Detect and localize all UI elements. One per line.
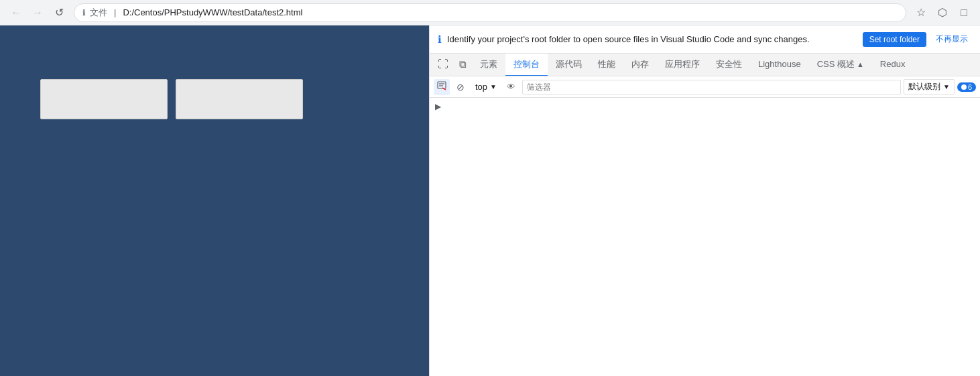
set-root-button[interactable]: Set root folder — [863, 32, 926, 47]
tab-lighthouse[interactable]: Lighthouse — [750, 54, 809, 76]
tab-elements-label: 元素 — [480, 58, 497, 70]
preview-box-2 — [176, 79, 303, 119]
context-value: top — [475, 82, 487, 92]
preview-boxes — [40, 79, 416, 119]
tab-screen[interactable]: ⛶ — [432, 54, 454, 76]
reload-button[interactable]: ↺ — [50, 3, 68, 22]
tab-memory-label: 内存 — [631, 58, 649, 70]
maximize-button[interactable]: □ — [955, 3, 973, 22]
css-overview-icon: ▲ — [857, 60, 864, 68]
nav-buttons: ← → ↺ — [7, 3, 68, 22]
tab-sources[interactable]: 源代码 — [548, 54, 590, 76]
main-container: ℹ Identify your project's root folder to… — [0, 25, 980, 376]
address-bar[interactable]: ℹ 文件 | D:/Centos/PHPstudyWWW/testData/te… — [74, 3, 906, 22]
back-button[interactable]: ← — [7, 3, 25, 22]
filter-input[interactable] — [522, 80, 901, 95]
tab-sources-label: 源代码 — [556, 58, 582, 70]
error-dot — [961, 84, 967, 90]
tab-console-label: 控制台 — [513, 58, 540, 70]
context-dropdown-icon: ▼ — [490, 83, 497, 90]
tab-security-label: 安全性 — [716, 58, 742, 70]
webpage-preview — [0, 25, 429, 376]
forward-button[interactable]: → — [28, 3, 47, 22]
tab-performance-label: 性能 — [598, 58, 615, 70]
tab-console[interactable]: 控制台 — [505, 54, 548, 76]
preview-box-1 — [40, 79, 168, 119]
svg-rect-0 — [438, 82, 446, 88]
tab-css-overview[interactable]: CSS 概述 ▲ — [809, 54, 872, 76]
tab-elements[interactable]: 元素 — [472, 54, 505, 76]
tab-performance[interactable]: 性能 — [590, 54, 623, 76]
error-badge: 6 — [957, 82, 976, 92]
console-expand-arrow[interactable]: ▶ — [435, 102, 441, 111]
eye-icon: 👁 — [507, 82, 515, 92]
level-value: 默认级别 — [908, 81, 940, 92]
tab-lighthouse-label: Lighthouse — [758, 59, 801, 69]
error-count: 6 — [968, 83, 972, 91]
console-block-button[interactable]: ⊘ — [452, 79, 469, 95]
copy-icon: ⧉ — [459, 58, 467, 70]
context-selector[interactable]: top ▼ — [471, 80, 501, 93]
devtools-tabs: ⛶ ⧉ 元素 控制台 源代码 性能 内存 应用程序 — [430, 54, 980, 76]
console-clear-icon — [437, 81, 446, 92]
bookmark-button[interactable]: ☆ — [912, 3, 930, 22]
tab-copy[interactable]: ⧉ — [454, 54, 472, 76]
tab-application[interactable]: 应用程序 — [657, 54, 708, 76]
block-icon: ⊘ — [456, 82, 465, 92]
devtools-panel: ℹ Identify your project's root folder to… — [429, 25, 980, 376]
tab-redux-label: Redux — [880, 59, 906, 69]
dismiss-button[interactable]: 不再显示 — [932, 31, 972, 48]
extensions-button[interactable]: ⬡ — [933, 3, 952, 22]
address-text: D:/Centos/PHPstudyWWW/testData/test2.htm… — [123, 7, 302, 17]
tab-redux[interactable]: Redux — [872, 54, 914, 76]
browser-chrome: ← → ↺ ℹ 文件 | D:/Centos/PHPstudyWWW/testD… — [0, 0, 980, 25]
info-icon: ℹ — [82, 8, 86, 17]
screen-icon: ⛶ — [438, 58, 448, 70]
console-toolbar: ⊘ top ▼ 👁 默认级别 ▼ 6 — [430, 76, 980, 98]
address-separator: | — [114, 7, 116, 17]
level-selector[interactable]: 默认级别 ▼ — [904, 79, 955, 95]
console-clear-button[interactable] — [434, 79, 450, 95]
level-dropdown-icon: ▼ — [943, 83, 950, 90]
browser-actions: ☆ ⬡ □ — [912, 3, 973, 22]
info-banner: ℹ Identify your project's root folder to… — [430, 25, 980, 54]
address-label: 文件 — [90, 7, 107, 19]
tab-security[interactable]: 安全性 — [708, 54, 750, 76]
console-eye-button[interactable]: 👁 — [503, 79, 519, 95]
console-content: ▶ — [430, 98, 980, 376]
tab-application-label: 应用程序 — [665, 58, 700, 70]
tab-memory[interactable]: 内存 — [623, 54, 657, 76]
info-banner-text: Identify your project's root folder to o… — [447, 34, 857, 44]
tab-css-overview-label: CSS 概述 — [817, 58, 855, 70]
info-banner-icon: ℹ — [438, 34, 442, 46]
